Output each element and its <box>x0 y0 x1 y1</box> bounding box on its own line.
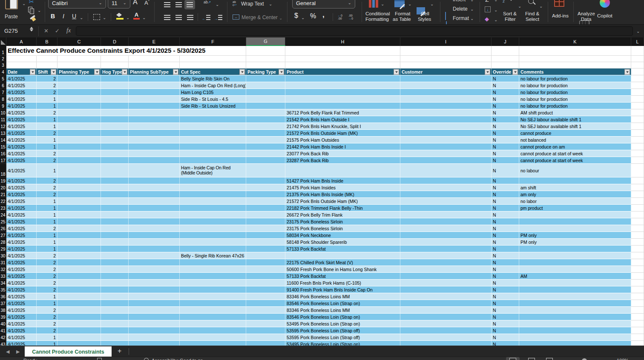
cell-A35[interactable]: 4/1/2025 <box>6 286 37 293</box>
cell-K37[interactable] <box>519 300 631 307</box>
clear-chevron[interactable]: ⌄ <box>494 18 497 22</box>
cell-K32[interactable] <box>519 266 631 273</box>
cell-F41[interactable] <box>180 327 246 334</box>
cell-F12[interactable] <box>180 123 246 130</box>
sort-filter-button[interactable]: Sort & <box>503 11 517 16</box>
cell-H3[interactable] <box>285 62 400 69</box>
cell-G39[interactable] <box>246 314 285 320</box>
cell-F15[interactable] <box>180 143 246 150</box>
cell-E20[interactable] <box>129 184 180 191</box>
copilot-button[interactable]: Copilot <box>597 13 612 18</box>
cell-L5[interactable] <box>631 75 644 82</box>
paste-button[interactable]: Paste <box>5 14 18 20</box>
row-header-5[interactable]: 5 <box>0 75 6 82</box>
cell-I8[interactable] <box>400 96 492 103</box>
cell-I35[interactable] <box>400 286 492 293</box>
cell-D43[interactable] <box>101 341 129 346</box>
cell-H31[interactable]: 22175 Chilled Pork Skirt Meat (V) <box>285 259 400 266</box>
row-header-30[interactable]: 30 <box>0 252 6 259</box>
cell-H35[interactable]: 91400 Fresh Pork Ham Bnls Inside Cap On <box>285 286 400 293</box>
cell-H8[interactable] <box>285 96 400 103</box>
font-color-button[interactable]: A <box>133 12 140 20</box>
normal-view-icon[interactable] <box>509 358 516 360</box>
cell-J15[interactable]: N <box>492 143 519 150</box>
fill-down-chevron[interactable]: ⌄ <box>494 8 497 12</box>
cell-I14[interactable] <box>400 137 492 143</box>
cell-B9[interactable]: 1 <box>37 103 58 109</box>
row-header-38[interactable]: 38 <box>0 307 6 314</box>
cell-J3[interactable] <box>492 62 519 69</box>
cell-L1[interactable] <box>631 46 644 56</box>
cell-A5[interactable]: 4/1/2025 <box>6 75 37 82</box>
cell-B8[interactable]: 1 <box>37 96 58 103</box>
cell-J11[interactable]: N <box>492 116 519 123</box>
cell-J20[interactable]: N <box>492 184 519 191</box>
name-box-stepper[interactable] <box>30 27 33 31</box>
page-layout-view-icon[interactable] <box>528 358 535 360</box>
cell-L41[interactable] <box>631 327 644 334</box>
row-header-3[interactable]: 3 <box>0 62 6 69</box>
cell-K27[interactable]: PM only <box>519 232 631 239</box>
align-left-button[interactable] <box>164 15 170 20</box>
cell-L22[interactable] <box>631 198 644 205</box>
cell-E22[interactable] <box>129 198 180 205</box>
cell-A13[interactable]: 4/1/2025 <box>6 130 37 137</box>
cell-A32[interactable]: 4/1/2025 <box>6 266 37 273</box>
cell-D34[interactable] <box>101 280 129 286</box>
row-header-16[interactable]: 16 <box>0 150 6 157</box>
paste-dropdown-chevron[interactable]: ⌄ <box>22 2 26 6</box>
formula-bar-expand-chevron[interactable]: ⌄ <box>636 29 640 34</box>
cell-D32[interactable] <box>101 266 129 273</box>
cell-G29[interactable] <box>246 246 285 252</box>
cell-E27[interactable] <box>129 232 180 239</box>
cell-K26[interactable] <box>519 225 631 232</box>
cell-H41[interactable]: 53595 Pork Boneless Loin (Strap off) <box>285 327 400 334</box>
cell-H21[interactable]: 21375 Pork Ham Bnls Inside (MK) <box>285 191 400 198</box>
cell-D27[interactable] <box>101 232 129 239</box>
fill-color-button[interactable] <box>116 13 124 20</box>
row-header-2[interactable]: 2 <box>0 56 6 62</box>
cell-H11[interactable]: 21542 Pork Bnls Ham Outside I <box>285 116 400 123</box>
column-header-B[interactable]: B <box>37 37 58 46</box>
cell-C20[interactable] <box>58 184 101 191</box>
cell-G8[interactable] <box>246 96 285 103</box>
cell-C18[interactable] <box>58 164 101 177</box>
cell-L13[interactable] <box>631 130 644 137</box>
find-select-button[interactable]: Find & <box>525 11 539 16</box>
cell-H22[interactable]: 21572 Pork Bnls Outside Ham (MK) <box>285 198 400 205</box>
cell-K1[interactable] <box>519 46 631 56</box>
column-header-A[interactable]: A <box>6 37 37 46</box>
row-header-1[interactable]: 1 <box>0 46 6 56</box>
cell-J34[interactable]: N <box>492 280 519 286</box>
cell-I30[interactable] <box>400 252 492 259</box>
cell-A30[interactable]: 4/1/2025 <box>6 252 37 259</box>
cell-F9[interactable]: Side Rib - St Louis Unsized <box>180 103 246 109</box>
font-name-select[interactable]: Calibri⌄ <box>48 0 106 9</box>
borders-dropdown-chevron[interactable]: ⌄ <box>103 16 106 20</box>
cell-D13[interactable] <box>101 130 129 137</box>
row-header-13[interactable]: 13 <box>0 130 6 137</box>
row-header-31[interactable]: 31 <box>0 259 6 266</box>
cell-H2[interactable] <box>285 56 400 62</box>
cell-L30[interactable] <box>631 252 644 259</box>
cell-E16[interactable] <box>129 150 180 157</box>
cell-B2[interactable] <box>37 56 58 62</box>
cell-K15[interactable]: cannot produce on am <box>519 143 631 150</box>
cell-L21[interactable] <box>631 191 644 198</box>
cell-G10[interactable] <box>246 109 285 116</box>
format-cells-chevron[interactable]: ⌄ <box>470 17 474 21</box>
cell-E3[interactable] <box>129 62 180 69</box>
font-size-select[interactable]: 11⌄ <box>108 0 130 9</box>
cell-F43[interactable] <box>180 341 246 346</box>
cell-G24[interactable] <box>246 211 285 218</box>
cell-C12[interactable] <box>58 123 101 130</box>
cell-B3[interactable] <box>37 62 58 69</box>
zoom-slider-knob[interactable] <box>582 358 587 360</box>
cell-J12[interactable]: N <box>492 123 519 130</box>
comma-format-button[interactable]: , <box>322 11 325 19</box>
cell-A27[interactable]: 4/1/2025 <box>6 232 37 239</box>
cell-A24[interactable]: 4/1/2025 <box>6 211 37 218</box>
cell-E17[interactable] <box>129 157 180 164</box>
cell-A16[interactable]: 4/1/2025 <box>6 150 37 157</box>
cell-I2[interactable] <box>400 56 492 62</box>
